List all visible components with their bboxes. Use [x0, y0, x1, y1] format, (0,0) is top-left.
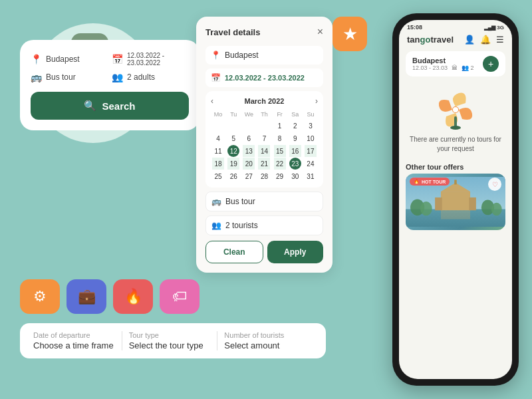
signal-type: 3G: [497, 25, 504, 31]
calendar-next-button[interactable]: ›: [315, 96, 318, 106]
cal-day-31[interactable]: 31: [305, 170, 317, 182]
luggage-button[interactable]: 💼: [66, 279, 106, 314]
modal-tour-type-field: 🚌 Bus tour: [205, 192, 323, 211]
phone-search-meta: 12.03 - 23.03 🏛 👥 2: [412, 65, 474, 71]
svg-rect-22: [441, 210, 470, 219]
cal-day-30[interactable]: 30: [289, 170, 301, 182]
phone-search-box[interactable]: Budapest 12.03 - 23.03 🏛 👥 2 +: [406, 51, 505, 76]
cal-day-23[interactable]: 23: [289, 158, 301, 170]
bell-icon[interactable]: 🔔: [480, 35, 491, 45]
cal-day-28[interactable]: 28: [258, 170, 270, 182]
modal-location-value: Budapest: [225, 51, 259, 60]
svg-rect-15: [454, 180, 457, 184]
hot-button[interactable]: 🔥: [113, 279, 153, 314]
modal-title: Travel details: [205, 27, 260, 37]
cal-day-29[interactable]: 29: [274, 170, 286, 182]
location-icon: 📍: [31, 54, 42, 65]
cal-day-14[interactable]: 14: [258, 145, 270, 157]
phone-header-icons: 👤 🔔 ☰: [464, 35, 504, 45]
cal-day-20[interactable]: 20: [243, 158, 255, 170]
date-filter[interactable]: Date of departure Choose a time frame: [33, 331, 122, 350]
modal-location-field: 📍 Budapest: [205, 46, 323, 65]
cal-day-empty: [243, 120, 255, 132]
phone-empty-state: There are currently no tours for your re…: [399, 79, 512, 159]
svg-rect-16: [435, 198, 442, 210]
date-filter-value: Choose a time frame: [33, 340, 115, 350]
persons-icon: 👥: [211, 221, 221, 230]
svg-point-19: [420, 201, 432, 215]
cal-day-22[interactable]: 22: [274, 158, 286, 170]
phone-tour-card[interactable]: 🔥 HOT TOUR ♡: [406, 174, 505, 230]
cal-day-16[interactable]: 16: [289, 145, 301, 157]
cal-day-8[interactable]: 8: [274, 132, 286, 144]
building-icon: 🏛: [452, 65, 458, 71]
cal-day-10[interactable]: 10: [305, 132, 317, 144]
cal-day-21[interactable]: 21: [258, 158, 270, 170]
calendar-prev-button[interactable]: ‹: [211, 96, 213, 106]
hot-tour-badge: 🔥 HOT TOUR: [410, 178, 450, 186]
cal-day-2[interactable]: 2: [289, 120, 301, 132]
cal-day-19[interactable]: 19: [227, 158, 239, 170]
favorite-button[interactable]: ♡: [488, 178, 501, 191]
clean-button[interactable]: Clean: [205, 241, 263, 263]
date-filter-label: Date of departure: [33, 331, 115, 339]
user-icon[interactable]: 👤: [464, 35, 475, 45]
phone-other-tours-title: Other tour offers: [399, 159, 512, 174]
cal-day-13[interactable]: 13: [243, 145, 255, 157]
modal-close-button[interactable]: ×: [317, 26, 323, 38]
travelers-value: 2 adults: [127, 72, 155, 82]
search-button[interactable]: 🔍 Search: [31, 92, 189, 120]
cal-day-24[interactable]: 24: [305, 158, 317, 170]
tourists-filter-value: Select amount: [224, 340, 306, 350]
travel-details-modal: Travel details × 📍 Budapest 📅 12.03.2022…: [196, 17, 332, 273]
search-card: 📍 Budapest 📅 12.03.2022 - 23.03.2022 🚌 B…: [20, 40, 200, 130]
cal-header-sa: Sa: [288, 110, 303, 119]
cal-day-9[interactable]: 9: [289, 132, 301, 144]
svg-rect-13: [441, 192, 470, 210]
cal-day-5[interactable]: 5: [227, 132, 239, 144]
fan-icon: [436, 90, 475, 130]
cal-day-4[interactable]: 4: [212, 132, 224, 144]
modal-tourists-value: 2 tourists: [225, 221, 258, 230]
modal-header: Travel details ×: [205, 26, 323, 38]
tag-button[interactable]: 🏷: [160, 279, 200, 314]
phone-status-bar: 15:08 ▂▄▆ 3G: [399, 20, 512, 32]
cal-day-26[interactable]: 26: [227, 170, 239, 182]
cal-day-11[interactable]: 11: [212, 145, 224, 157]
phone-signal: ▂▄▆ 3G: [484, 24, 504, 31]
cal-day-15[interactable]: 15: [274, 145, 286, 157]
svg-point-8: [453, 107, 458, 112]
svg-rect-17: [469, 198, 476, 210]
cal-day-17[interactable]: 17: [305, 145, 317, 157]
modal-tourists-field: 👥 2 tourists: [205, 215, 323, 235]
location-value: Budapest: [46, 55, 80, 64]
cal-day-12[interactable]: 12: [227, 145, 239, 157]
cal-day-27[interactable]: 27: [243, 170, 255, 182]
cal-day-6[interactable]: 6: [243, 132, 255, 144]
phone-search-city: Budapest: [412, 57, 474, 65]
cal-header-we: We: [241, 110, 256, 119]
cal-day-18[interactable]: 18: [212, 158, 224, 170]
tour-type-filter[interactable]: Tour type Select the tour type: [122, 331, 218, 350]
cal-day-empty: [258, 120, 270, 132]
svg-point-21: [491, 203, 502, 215]
settings-button[interactable]: ⚙: [20, 279, 60, 314]
phone-add-button[interactable]: +: [483, 56, 499, 72]
cal-day-1[interactable]: 1: [274, 120, 286, 132]
tourists-filter-label: Number of tourists: [224, 331, 306, 339]
travelers-field: 👥 2 adults: [112, 72, 189, 82]
cal-day-3[interactable]: 3: [305, 120, 317, 132]
cal-header-mo: Mo: [211, 110, 225, 119]
cal-day-empty: [212, 120, 224, 132]
cal-day-25[interactable]: 25: [212, 170, 224, 182]
cal-day-7[interactable]: 7: [258, 132, 270, 144]
calendar-month-title: March 2022: [245, 97, 285, 105]
apply-button[interactable]: Apply: [267, 241, 324, 263]
gear-icon: ⚙: [33, 288, 47, 305]
menu-icon[interactable]: ☰: [496, 35, 504, 45]
hot-tour-label: HOT TOUR: [422, 180, 446, 184]
tourists-filter[interactable]: Number of tourists Select amount: [217, 331, 313, 350]
tour-type-filter-value: Select the tour type: [129, 340, 211, 350]
persons-icon: 👥: [112, 72, 123, 82]
phone-empty-text: There are currently no tours for your re…: [406, 135, 505, 154]
